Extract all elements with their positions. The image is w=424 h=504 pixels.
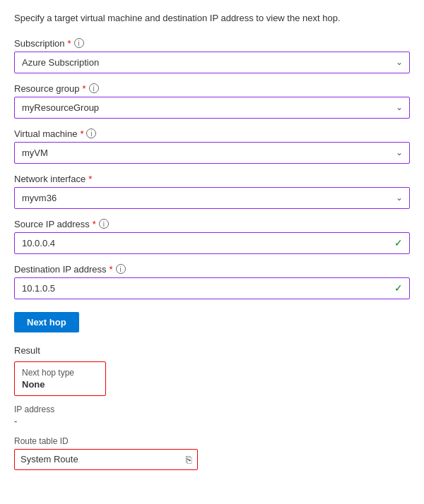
destination-ip-field: Destination IP address * i ✓ <box>14 264 410 299</box>
subscription-field: Subscription * i Azure Subscription ⌄ <box>14 38 410 73</box>
route-table-section: Route table ID System Route ⎘ <box>14 436 410 470</box>
source-ip-check-icon: ✓ <box>394 237 403 248</box>
route-table-label: Route table ID <box>14 436 410 446</box>
ip-address-section: IP address - <box>14 404 410 426</box>
resource-group-required-star: * <box>83 83 86 94</box>
source-ip-input[interactable] <box>14 232 410 254</box>
subscription-select[interactable]: Azure Subscription <box>14 52 410 73</box>
result-section: Result Next hop type None IP address - R… <box>14 345 410 470</box>
ip-address-value: - <box>14 416 410 426</box>
network-interface-label: Network interface * <box>14 174 410 184</box>
resource-group-select-wrapper: myResourceGroup ⌄ <box>14 97 410 119</box>
subscription-label: Subscription * i <box>14 38 410 49</box>
route-table-value: System Route <box>20 454 78 464</box>
result-section-label: Result <box>14 345 410 356</box>
subscription-select-wrapper: Azure Subscription ⌄ <box>14 52 410 73</box>
destination-ip-info-icon[interactable]: i <box>116 264 126 274</box>
resource-group-label-text: Resource group <box>14 83 80 94</box>
next-hop-type-value: None <box>22 379 98 390</box>
source-ip-required-star: * <box>93 219 96 229</box>
ip-address-label: IP address <box>14 404 410 414</box>
destination-ip-label: Destination IP address * i <box>14 264 410 275</box>
virtual-machine-info-icon[interactable]: i <box>86 128 96 138</box>
network-interface-label-text: Network interface <box>14 174 86 184</box>
source-ip-field: Source IP address * i ✓ <box>14 219 410 254</box>
network-interface-field: Network interface * myvm36 ⌄ <box>14 174 410 209</box>
virtual-machine-required-star: * <box>80 128 83 139</box>
network-interface-required-star: * <box>88 174 92 184</box>
resource-group-select[interactable]: myResourceGroup <box>14 97 410 119</box>
destination-ip-check-icon: ✓ <box>394 282 403 294</box>
network-interface-select-wrapper: myvm36 ⌄ <box>14 187 410 209</box>
subscription-info-icon[interactable]: i <box>74 38 84 48</box>
virtual-machine-select-wrapper: myVM ⌄ <box>14 142 410 164</box>
source-ip-label: Source IP address * i <box>14 219 410 229</box>
destination-ip-label-text: Destination IP address <box>14 264 107 275</box>
resource-group-label: Resource group * i <box>14 83 410 94</box>
subscription-label-text: Subscription <box>14 38 65 49</box>
virtual-machine-label: Virtual machine * i <box>14 128 410 139</box>
next-hop-type-box: Next hop type None <box>14 361 106 396</box>
network-interface-select[interactable]: myvm36 <box>14 187 410 209</box>
source-ip-input-wrapper: ✓ <box>14 232 410 254</box>
next-hop-type-label: Next hop type <box>22 368 98 378</box>
virtual-machine-select[interactable]: myVM <box>14 142 410 164</box>
next-hop-button[interactable]: Next hop <box>14 312 79 332</box>
source-ip-label-text: Source IP address <box>14 219 90 229</box>
destination-ip-required-star: * <box>110 264 113 275</box>
virtual-machine-field: Virtual machine * i myVM ⌄ <box>14 128 410 164</box>
copy-icon[interactable]: ⎘ <box>186 454 192 465</box>
description: Specify a target virtual machine and des… <box>14 11 410 25</box>
resource-group-field: Resource group * i myResourceGroup ⌄ <box>14 83 410 119</box>
virtual-machine-label-text: Virtual machine <box>14 128 77 139</box>
source-ip-info-icon[interactable]: i <box>99 219 109 229</box>
destination-ip-input-wrapper: ✓ <box>14 277 410 299</box>
subscription-required-star: * <box>68 38 71 49</box>
destination-ip-input[interactable] <box>14 277 410 299</box>
resource-group-info-icon[interactable]: i <box>89 83 99 93</box>
route-table-box: System Route ⎘ <box>14 449 198 470</box>
